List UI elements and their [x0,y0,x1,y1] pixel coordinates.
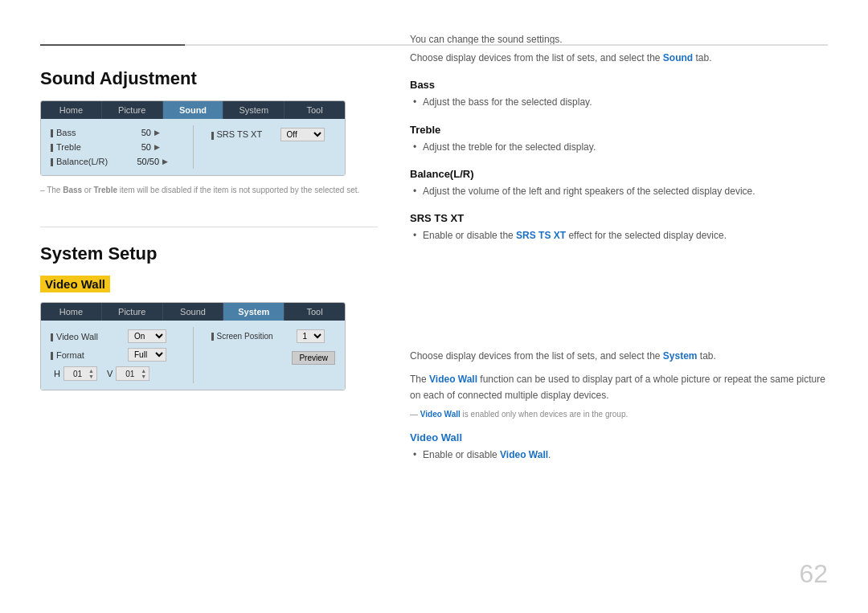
videowall-row: Video Wall On Off [51,327,175,345]
tab-sound[interactable]: Sound [163,101,224,119]
panel-divider [193,125,194,169]
balance-feature: Balance(L/R) Adjust the volume of the le… [410,168,828,199]
balance-value: 50/50 [131,157,159,166]
treble-feature-title: Treble [410,124,828,136]
videowall-feature: Video Wall Enable or disable Video Wall. [410,431,828,463]
sound-panel: Home Picture Sound System Tool Bass [40,100,346,176]
system-setup-section: System Setup Video Wall Home Picture Sou… [40,227,378,390]
sys-tab-sound[interactable]: Sound [163,303,224,321]
system-panel-tabs: Home Picture Sound System Tool [41,303,345,321]
note-treble-bold: Treble [94,186,117,194]
system-panel-right: Screen Position 1 Preview [211,327,336,383]
videowall-select[interactable]: On Off [128,329,166,343]
preview-row: Preview [211,349,336,367]
system-note: — Video Wall is enabled only when device… [410,410,828,419]
system-right-content: Choose display devices from the list of … [410,324,828,463]
srs-feature-bullet: Enable or disable the SRS TS XT effect f… [410,228,828,243]
tab-picture[interactable]: Picture [102,101,163,119]
treble-arrow[interactable]: ▶ [151,143,162,151]
h-label: H [54,369,60,378]
note-bass-bold: Bass [63,186,82,194]
tab-system[interactable]: System [223,101,285,119]
left-column: Sound Adjustment Home Picture Sound Syst… [40,24,378,463]
hv-row: H 01 ▲▼ [51,364,175,383]
srs-row: SRS TS XT Off On [211,125,336,144]
vw-bullet-link: Video Wall [500,449,548,460]
screen-pos-label: Screen Position [211,332,292,341]
h-group: H 01 ▲▼ [51,366,97,381]
balance-row: Balance(L/R) 50/50 ▶ [51,154,175,169]
sys-tab-home[interactable]: Home [41,303,102,321]
srs-feature-title: SRS TS XT [410,212,828,224]
sound-panel-body: Bass 50 ▶ Treble 50 ▶ [41,119,345,175]
section-divider [40,227,378,227]
sound-panel-left: Bass 50 ▶ Treble 50 ▶ [51,125,175,169]
bass-value: 50 [123,128,151,137]
h-arrows[interactable]: ▲▼ [88,368,94,379]
video-wall-badge: Video Wall [40,276,110,292]
system-tab-link: System [663,350,698,362]
treble-label: Treble [51,142,123,152]
sound-tab-link: Sound [663,52,693,63]
sys-tab-system[interactable]: System [223,303,285,321]
sound-adjustment-title: Sound Adjustment [40,68,378,89]
tab-tool[interactable]: Tool [285,101,345,119]
sound-adjustment-section: Sound Adjustment Home Picture Sound Syst… [40,68,378,194]
preview-button[interactable]: Preview [292,351,335,365]
srs-label: SRS TS XT [211,129,276,139]
h-value: 01 [67,370,88,378]
videowall-feature-bullet: Enable or disable Video Wall. [410,447,828,463]
v-group: V 01 ▲▼ [104,366,149,381]
srs-select[interactable]: Off On [280,128,325,141]
sound-panel-right: SRS TS XT Off On [211,125,336,169]
videowall-feature-title: Video Wall [410,431,828,443]
format-label: Format [51,350,123,360]
sound-note: – The Bass or Treble The Bass or Treble … [40,186,378,194]
balance-feature-title: Balance(L/R) [410,168,828,180]
h-spinbox[interactable]: 01 ▲▼ [63,366,97,381]
bass-feature-title: Bass [410,79,828,91]
screen-pos-row: Screen Position 1 [211,327,336,345]
system-setup-title: System Setup [40,243,378,264]
system-panel-body: Video Wall On Off Format [41,321,345,390]
treble-feature: Treble Adjust the treble for the selecte… [410,124,828,155]
bass-row: Bass 50 ▶ [51,125,175,140]
sound-right-content: You can change the sound settings. Choos… [410,32,828,243]
bass-arrow[interactable]: ▶ [151,129,162,137]
screen-pos-select[interactable]: 1 [297,329,325,343]
srs-feature: SRS TS XT Enable or disable the SRS TS X… [410,212,828,243]
treble-row: Treble 50 ▶ [51,140,175,154]
bass-feature-bullet: Adjust the bass for the selected display… [410,95,828,110]
bass-feature: Bass Adjust the bass for the selected di… [410,79,828,110]
sys-panel-divider [193,327,194,383]
vw-link1: Video Wall [429,374,477,385]
balance-feature-bullet: Adjust the volume of the left and right … [410,184,828,199]
v-value: 01 [119,370,141,378]
treble-value: 50 [123,142,151,152]
sys-tab-tool[interactable]: Tool [285,303,345,321]
v-label: V [107,369,113,378]
sys-tab-picture[interactable]: Picture [102,303,163,321]
sound-panel-tabs: Home Picture Sound System Tool [41,101,345,119]
system-choose-text: Choose display devices from the list of … [410,348,828,364]
balance-arrow[interactable]: ▶ [159,157,170,166]
page-number: 62 [799,559,828,589]
balance-label: Balance(L/R) [51,157,131,166]
videowall-label: Video Wall [51,332,123,341]
v-spinbox[interactable]: 01 ▲▼ [116,366,149,381]
srs-link: SRS TS XT [516,230,566,241]
vw-note-link: Video Wall [420,410,461,419]
v-arrows[interactable]: ▲▼ [141,368,146,379]
sound-choose-text: Choose display devices from the list of … [410,51,828,66]
bass-label: Bass [51,128,123,137]
tab-home[interactable]: Home [41,101,102,119]
format-row: Format Full Natural [51,345,175,364]
format-select[interactable]: Full Natural [128,348,166,362]
system-panel: Home Picture Sound System Tool Video Wal… [40,302,346,390]
system-desc: The Video Wall function can be used to d… [410,371,828,404]
system-panel-left: Video Wall On Off Format [51,327,175,383]
right-column: You can change the sound settings. Choos… [410,24,828,463]
treble-feature-bullet: Adjust the treble for the selected displ… [410,140,828,155]
